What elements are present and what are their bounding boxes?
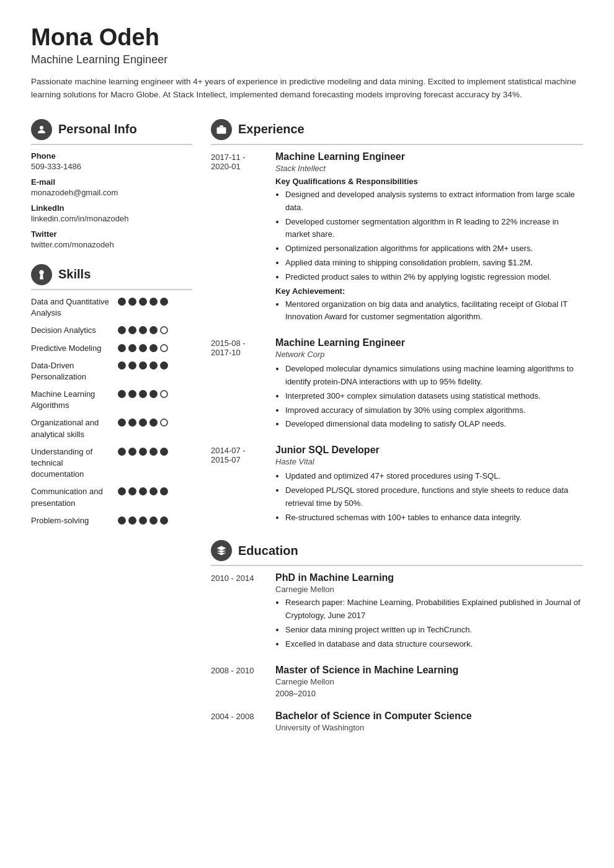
exp-qual-item: Optimized personalization algorithms for…: [285, 242, 583, 255]
education-icon: [211, 540, 232, 561]
resume-summary: Passionate machine learning engineer wit…: [31, 75, 583, 102]
experience-entry: 2015-08 - 2017-10Machine Learning Engine…: [211, 337, 583, 432]
skill-dot-filled: [149, 390, 158, 398]
skill-dot-filled: [128, 361, 136, 370]
right-column: Experience 2017-11 - 2020-01Machine Lear…: [211, 119, 583, 747]
skill-dot-filled: [118, 390, 126, 398]
skill-row: Understanding of technical documentation: [31, 446, 192, 480]
exp-qual-item: Improved accuracy of simulation by 30% u…: [285, 404, 583, 417]
skill-dots: [118, 418, 168, 427]
skill-dot-empty: [160, 390, 168, 398]
edu-date: 2010 - 2014: [211, 572, 265, 652]
main-content: Personal Info Phone 509-333-1486 E-mail …: [31, 119, 583, 747]
exp-job-title: Junior SQL Developer: [275, 445, 583, 456]
skill-dots: [118, 516, 168, 525]
skill-row: Decision Analytics: [31, 325, 192, 336]
svg-point-0: [40, 126, 43, 130]
skill-dot-empty: [160, 418, 168, 427]
skill-dot-filled: [160, 448, 168, 456]
exp-qual-label: Key Qualifications & Responsibilities: [275, 177, 583, 186]
exp-content: Machine Learning EngineerStack Intellect…: [275, 151, 583, 325]
skill-name: Decision Analytics: [31, 325, 118, 336]
skill-dot-filled: [128, 326, 136, 334]
skills-icon: [31, 264, 52, 285]
skill-name: Data-Driven Personalization: [31, 360, 118, 383]
skill-dot-filled: [139, 390, 147, 398]
skill-dot-filled: [139, 326, 147, 334]
personal-info-section: Personal Info Phone 509-333-1486 E-mail …: [31, 119, 192, 249]
left-column: Personal Info Phone 509-333-1486 E-mail …: [31, 119, 192, 747]
skill-dot-filled: [128, 390, 136, 398]
skill-name: Organizational and analytical skills: [31, 417, 118, 440]
skill-dots: [118, 326, 168, 334]
education-header: Education: [211, 540, 583, 566]
skill-dot-filled: [118, 298, 126, 306]
skill-dot-filled: [139, 344, 147, 352]
skill-dots: [118, 361, 168, 370]
education-section: Education 2010 - 2014PhD in Machine Lear…: [211, 540, 583, 734]
skill-row: Predictive Modeling: [31, 343, 192, 354]
edu-content: Master of Science in Machine LearningCar…: [275, 665, 583, 698]
exp-qual-item: Updated and optimized 47+ stored procedu…: [285, 470, 583, 483]
edu-content: Bachelor of Science in Computer ScienceU…: [275, 711, 583, 735]
edu-degree: Master of Science in Machine Learning: [275, 665, 583, 676]
skill-dot-filled: [149, 344, 158, 352]
edu-school: Carnegie Mellon: [275, 677, 583, 686]
skill-row: Organizational and analytical skills: [31, 417, 192, 440]
skill-dot-empty: [160, 326, 168, 334]
education-entry: 2008 - 2010Master of Science in Machine …: [211, 665, 583, 698]
skill-row: Machine Learning Algorithms: [31, 389, 192, 411]
experience-section: Experience 2017-11 - 2020-01Machine Lear…: [211, 119, 583, 525]
exp-achieve-label: Key Achievement:: [275, 286, 583, 296]
personal-info-title: Personal Info: [58, 122, 137, 136]
skill-dots: [118, 487, 168, 495]
exp-job-title: Machine Learning Engineer: [275, 151, 583, 162]
edu-date: 2004 - 2008: [211, 711, 265, 735]
skill-dot-filled: [118, 418, 126, 427]
skill-dot-filled: [139, 487, 147, 495]
experience-entry: 2017-11 - 2020-01Machine Learning Engine…: [211, 151, 583, 325]
skill-name: Communication and presentation: [31, 486, 118, 508]
skill-dot-filled: [128, 487, 136, 495]
experience-entry: 2014-07 - 2015-07Junior SQL DeveloperHas…: [211, 445, 583, 525]
skill-dot-filled: [118, 361, 126, 370]
skill-dot-filled: [139, 448, 147, 456]
exp-achieve-item: Mentored organization on big data and an…: [285, 298, 583, 324]
edu-content: PhD in Machine LearningCarnegie MellonRe…: [275, 572, 583, 652]
edu-degree: PhD in Machine Learning: [275, 572, 583, 583]
exp-qual-item: Re-structured schemas with 100+ tables t…: [285, 512, 583, 525]
skill-dot-filled: [118, 487, 126, 495]
skill-dot-filled: [128, 516, 136, 525]
resume-title: Machine Learning Engineer: [31, 53, 583, 66]
skills-section: Skills Data and Quantitative AnalysisDec…: [31, 264, 192, 526]
exp-qual-item: Interpreted 300+ complex simulation data…: [285, 390, 583, 403]
skill-dot-filled: [128, 418, 136, 427]
education-entry: 2004 - 2008Bachelor of Science in Comput…: [211, 711, 583, 735]
skill-dot-filled: [118, 516, 126, 525]
skill-dots: [118, 298, 168, 306]
exp-company: Haste Vital: [275, 457, 583, 466]
skill-dot-filled: [139, 418, 147, 427]
personal-info-icon: [31, 119, 52, 140]
exp-qual-list: Developed molecular dynamics simulations…: [275, 363, 583, 431]
experience-header: Experience: [211, 119, 583, 145]
education-title: Education: [238, 544, 298, 558]
svg-rect-1: [217, 127, 226, 134]
exp-date: 2015-08 - 2017-10: [211, 337, 265, 432]
edu-school: University of Washington: [275, 723, 583, 732]
edu-details-list: Research paper: Machine Learning, Probab…: [275, 596, 583, 650]
skill-dot-filled: [139, 516, 147, 525]
skill-dot-filled: [118, 448, 126, 456]
skill-dot-filled: [149, 487, 158, 495]
skill-dot-filled: [160, 516, 168, 525]
skill-dot-filled: [149, 326, 158, 334]
phone-value: 509-333-1486: [31, 162, 192, 171]
exp-qual-item: Developed dimensional data modeling to s…: [285, 418, 583, 431]
skill-name: Understanding of technical documentation: [31, 446, 118, 480]
exp-qual-item: Predicted product sales to within 2% by …: [285, 271, 583, 284]
edu-date: 2008 - 2010: [211, 665, 265, 698]
education-entry: 2010 - 2014PhD in Machine LearningCarneg…: [211, 572, 583, 652]
skill-dot-filled: [149, 361, 158, 370]
skill-name: Data and Quantitative Analysis: [31, 296, 118, 319]
edu-extra: 2008–2010: [275, 689, 583, 698]
